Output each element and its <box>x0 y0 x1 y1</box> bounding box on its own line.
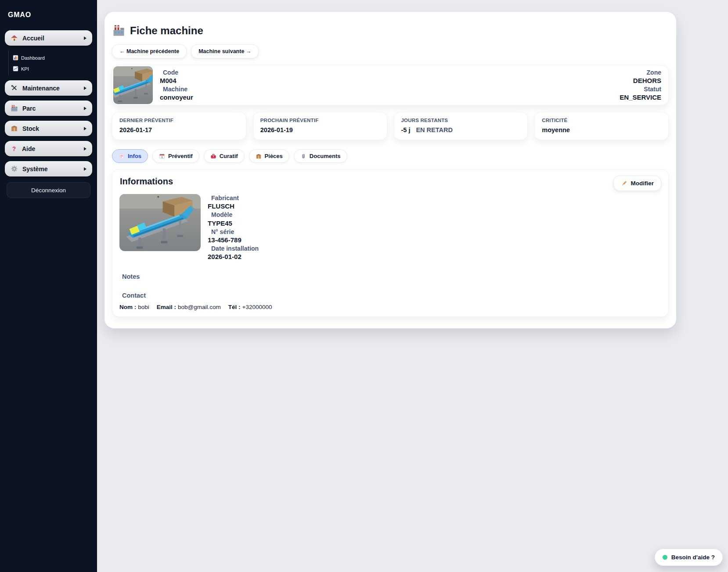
field-label: Modèle <box>208 211 259 219</box>
sidebar-subitem-label: Dashboard <box>21 55 45 61</box>
chevron-right-icon <box>84 127 86 130</box>
stat-label: JOURS RESTANTS <box>401 118 521 123</box>
machine-fields: Fabricant FLUSCH Modèle TYPE45 N° série … <box>208 194 259 261</box>
statut-label: Statut <box>620 85 661 93</box>
status-dot-icon <box>663 555 667 560</box>
contact-tel-value: +32000000 <box>242 304 272 310</box>
field-value: 13-456-789 <box>208 236 259 245</box>
zone-value: DEHORS <box>620 76 661 85</box>
chevron-right-icon <box>84 86 86 90</box>
code-label: Code <box>160 68 193 76</box>
sidebar-subnav: Dashboard KPI <box>8 50 97 75</box>
chevron-right-icon <box>84 36 86 40</box>
page-title: Fiche machine <box>112 24 669 37</box>
field-label: Fabricant <box>208 194 259 202</box>
informations-body: Fabricant FLUSCH Modèle TYPE45 N° série … <box>119 194 661 261</box>
logout-button[interactable]: Déconnexion <box>7 182 90 198</box>
sidebar-nav: Accueil Dashboard KPI Maintenance Parc <box>0 30 97 198</box>
sidebar: GMAO Accueil Dashboard KPI Maintenance P… <box>0 0 97 572</box>
machine-location-status: Zone DEHORS Statut EN_SERVICE <box>620 68 667 102</box>
package-icon <box>11 125 18 132</box>
stat-value: moyenne <box>542 126 661 133</box>
tab-label: Préventif <box>168 153 193 159</box>
stat-card-criticite: CRITICITÉ moyenne <box>534 112 669 140</box>
stat-extra: EN RETARD <box>416 126 453 133</box>
factory-icon <box>112 24 125 37</box>
stat-label: PROCHAIN PRÉVENTIF <box>260 118 380 123</box>
informations-card: Informations Modifier Fabricant FLUSCH M… <box>112 169 669 317</box>
sidebar-item-label: Aide <box>22 145 35 152</box>
tools-icon <box>11 84 18 92</box>
contact-heading: Contact <box>122 292 661 299</box>
sidebar-item-maintenance[interactable]: Maintenance <box>5 80 92 96</box>
machine-photo-large <box>119 194 201 251</box>
page-title-text: Fiche machine <box>130 25 203 37</box>
memo-icon <box>119 153 125 159</box>
line-chart-icon <box>13 66 18 72</box>
sidebar-item-label: Parc <box>22 105 36 112</box>
sidebar-subitem-label: KPI <box>21 66 29 72</box>
stat-cards: DERNIER PRÉVENTIF 2026-01-17 PROCHAIN PR… <box>112 112 669 140</box>
stat-card-dernier-preventif: DERNIER PRÉVENTIF 2026-01-17 <box>112 112 246 140</box>
contact-email-value: bob@gmail.com <box>178 304 221 310</box>
help-button[interactable]: Besoin d'aide ? <box>655 549 723 566</box>
machine-header-card: Code M004 Machine convoyeur Zone DEHORS … <box>112 65 669 105</box>
machine-label: Machine <box>160 85 193 93</box>
question-icon: ? <box>11 145 18 152</box>
sidebar-item-kpi[interactable]: KPI <box>13 63 97 74</box>
previous-machine-button[interactable]: ← Machine précédente <box>112 44 187 58</box>
stat-value: -5 jEN RETARD <box>401 126 521 133</box>
stat-card-prochain-preventif: PROCHAIN PRÉVENTIF 2026-01-19 <box>253 112 387 140</box>
tab-curatif[interactable]: Curatif <box>204 149 245 163</box>
edit-button[interactable]: Modifier <box>613 176 662 191</box>
field-value: 2026-01-02 <box>208 252 259 261</box>
pencil-icon <box>621 180 627 187</box>
tab-label: Documents <box>310 153 341 159</box>
sidebar-item-label: Maintenance <box>22 85 60 92</box>
tab-label: Pièces <box>265 153 283 159</box>
tab-pieces[interactable]: Pièces <box>249 149 289 163</box>
sidebar-item-dashboard[interactable]: Dashboard <box>13 52 97 63</box>
tab-infos[interactable]: Infos <box>112 149 148 163</box>
field-value: FLUSCH <box>208 202 259 211</box>
sidebar-item-aide[interactable]: ? Aide <box>5 141 92 156</box>
sidebar-item-stock[interactable]: Stock <box>5 121 92 136</box>
contact-nom-value: bobi <box>138 304 149 310</box>
bar-chart-icon <box>13 55 18 61</box>
home-icon <box>11 34 18 42</box>
tab-label: Infos <box>128 153 141 159</box>
main-area: Fiche machine ← Machine précédente Machi… <box>97 0 728 572</box>
paperclip-icon <box>300 153 306 159</box>
chevron-right-icon <box>84 107 86 110</box>
sidebar-item-label: Système <box>22 165 48 173</box>
contact-tel-label: Tél : <box>228 304 241 310</box>
sidebar-item-accueil[interactable]: Accueil <box>5 30 92 46</box>
stat-value: 2026-01-19 <box>260 126 380 133</box>
tab-documents[interactable]: Documents <box>294 149 347 163</box>
page-container: Fiche machine ← Machine précédente Machi… <box>105 12 676 328</box>
stat-value: 2026-01-17 <box>119 126 239 133</box>
stat-label: CRITICITÉ <box>542 118 661 123</box>
tab-preventif[interactable]: Préventif <box>152 149 199 163</box>
sidebar-item-label: Stock <box>22 125 39 132</box>
machine-photo <box>113 66 153 104</box>
statut-value: EN_SERVICE <box>620 93 661 102</box>
machine-value: convoyeur <box>160 93 193 102</box>
calendar-icon <box>159 153 165 159</box>
tab-bar: Infos Préventif Curatif Pièces Documents <box>112 149 669 163</box>
stat-label: DERNIER PRÉVENTIF <box>119 118 239 123</box>
zone-label: Zone <box>620 68 661 76</box>
contact-email-label: Email : <box>157 304 176 310</box>
informations-title: Informations <box>120 176 661 187</box>
sidebar-item-parc[interactable]: Parc <box>5 101 92 116</box>
edit-button-label: Modifier <box>631 180 654 187</box>
sidebar-item-systeme[interactable]: Système <box>5 161 92 176</box>
tab-label: Curatif <box>220 153 238 159</box>
next-machine-button[interactable]: Machine suivante → <box>191 44 259 58</box>
app-logo: GMAO <box>0 0 97 19</box>
sidebar-item-label: Accueil <box>22 35 44 42</box>
factory-icon <box>11 104 18 112</box>
machine-identity: Code M004 Machine convoyeur <box>160 68 193 102</box>
package-icon <box>256 153 262 159</box>
field-value: TYPE45 <box>208 219 259 228</box>
